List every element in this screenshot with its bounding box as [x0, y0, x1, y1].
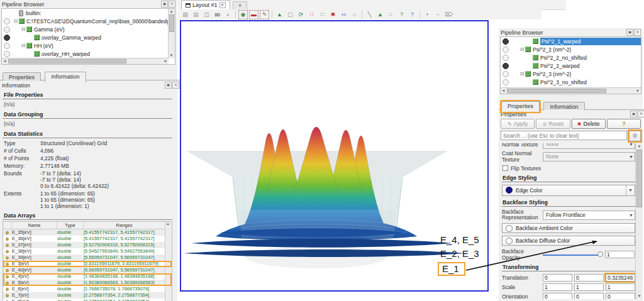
scale-y-field[interactable] — [574, 283, 604, 291]
table-vertical-scrollbar[interactable]: ▲▼ — [165, 222, 172, 301]
interactive-select-icon[interactable]: ∺ — [339, 10, 348, 19]
add-view-icon[interactable]: + — [423, 10, 432, 19]
rotate-view-icon[interactable]: ⟳ — [296, 10, 306, 19]
undock-icon[interactable]: ▣ — [165, 82, 172, 89]
scroll-down-icon[interactable]: ▼ — [636, 293, 642, 299]
close-icon[interactable]: ✕ — [169, 1, 175, 8]
select-points-green-icon[interactable]: ∷ — [318, 10, 327, 19]
scroll-right-icon[interactable]: ► — [635, 88, 641, 94]
visibility-eye-icon[interactable] — [502, 47, 509, 53]
orientation-z-field[interactable] — [606, 293, 635, 299]
scrollbar-thumb[interactable] — [8, 59, 126, 63]
scrollbar-thumb[interactable] — [507, 89, 606, 93]
data-array-row[interactable]: E_36[eV]double[5.41557742317, 5.41557742… — [3, 236, 172, 242]
flip-textures-checkbox[interactable] — [502, 165, 508, 171]
close-icon[interactable]: ✕ — [634, 29, 641, 36]
visibility-eye-icon[interactable] — [502, 38, 509, 45]
layout-tab[interactable]: Layout #1 ✕ — [181, 0, 230, 9]
pipeline-item[interactable]: ⊟Psi^2_2 (nm^-2) — [501, 45, 641, 53]
slider-handle[interactable] — [597, 251, 603, 257]
visibility-eye-icon[interactable] — [502, 55, 509, 61]
scroll-down-icon[interactable]: ▼ — [169, 53, 174, 58]
scroll-up-icon[interactable]: ▲ — [169, 9, 174, 14]
select-cells-through-icon[interactable]: ▲ — [375, 10, 385, 19]
translation-y-field[interactable] — [574, 274, 604, 282]
query-cells-icon[interactable]: ? — [397, 10, 406, 19]
orientation-y-field[interactable] — [574, 293, 604, 299]
record-animation-icon[interactable]: ▤ — [191, 10, 201, 19]
translation-x-field[interactable] — [543, 274, 572, 282]
pick-line-icon[interactable]: ╲ — [365, 10, 374, 19]
backface-opacity-slider[interactable] — [543, 251, 603, 258]
query-points-icon[interactable]: ? — [408, 10, 417, 19]
pipeline-item[interactable]: overlay_Gamma_warped — [2, 33, 175, 41]
scale-x-field[interactable] — [543, 283, 572, 291]
pipeline-item[interactable]: Psi^2_1_warped — [501, 37, 641, 45]
pipeline-item[interactable]: builtin: — [2, 9, 175, 17]
visibility-eye-icon[interactable] — [4, 35, 10, 41]
data-array-row[interactable]: E_39[eV]double[5.56959731047, 5.56959731… — [3, 254, 172, 261]
remove-crop-icon[interactable]: ▬ — [249, 10, 258, 19]
expander-icon[interactable]: ⊟ — [13, 18, 19, 24]
edit-zoom-icon[interactable]: ✎ — [260, 10, 269, 19]
backface-diffuse-color-button[interactable]: Backface Diffuse Color — [502, 236, 635, 246]
pipeline-tree-right[interactable]: Psi^2_1_warped⊟Psi^2_2 (nm^-2)Psi^2_2_no… — [500, 36, 641, 94]
capture-screenshot-icon[interactable]: ◫ — [202, 10, 211, 19]
properties-vertical-scrollbar[interactable]: ▲ ▼ — [635, 143, 643, 299]
reset-button[interactable]: ⊘Reset — [536, 119, 570, 129]
close-icon[interactable]: ✕ — [638, 111, 644, 118]
pipeline-item[interactable]: Psi^2_2_no_shifted — [501, 53, 641, 62]
tree-vertical-scrollbar[interactable]: ▲ ▼ — [168, 9, 175, 58]
gear-icon[interactable]: ⚙ — [629, 131, 641, 141]
pipeline-item[interactable]: ⊟Psi^2_3 (nm^-2) — [501, 70, 641, 78]
data-array-row[interactable]: E_8[eV]double[2.2758877354, 2.2758877354… — [3, 298, 172, 301]
data-array-row[interactable]: E_35[eV]double[5.41557742317, 5.41557742… — [3, 229, 172, 236]
visibility-eye-icon[interactable] — [502, 71, 509, 77]
backface-opacity-field[interactable] — [605, 251, 635, 258]
expander-icon[interactable]: ⊟ — [20, 43, 26, 48]
backface-ambient-color-button[interactable]: Backface Ambient Color — [502, 223, 635, 233]
pipeline-item[interactable]: Psi^2_2_warped — [501, 62, 641, 70]
zoom-to-data-icon[interactable]: ◉ — [238, 10, 248, 19]
scrollbar-thumb[interactable] — [169, 14, 174, 32]
undock-icon[interactable]: ▣ — [630, 111, 637, 118]
expander-icon[interactable]: ⊟ — [519, 47, 525, 52]
visibility-eye-icon[interactable] — [4, 43, 10, 49]
edge-color-combo[interactable]: Edge Color ▼ — [502, 185, 635, 196]
tab-properties[interactable]: Properties — [501, 101, 540, 112]
data-arrays-table[interactable]: NameTypeRangesE_35[eV]double[5.415577423… — [3, 221, 172, 301]
zoom-to-box-icon[interactable]: ⌕ — [223, 10, 233, 19]
pipeline-item[interactable]: ⊟HH (eV) — [2, 41, 175, 50]
toggle-3d-icon[interactable]: 3D — [213, 10, 222, 19]
data-array-row[interactable]: E_5[eV]double[1.50389066563, 1.503890665… — [3, 280, 172, 286]
undock-icon[interactable]: ▣ — [161, 1, 168, 8]
hover-cells-icon[interactable]: ⌂ — [350, 10, 359, 19]
visibility-eye-icon[interactable] — [4, 51, 10, 57]
pipeline-item[interactable]: ⊟Gamma (eV) — [2, 25, 175, 33]
delete-button[interactable]: ✖Delete — [572, 119, 606, 129]
scale-z-field[interactable] — [606, 283, 635, 291]
save-animation-icon[interactable]: ▤ — [180, 10, 190, 19]
chevron-down-icon[interactable]: ▼ — [626, 185, 635, 195]
apply-button[interactable]: ✎Apply — [501, 119, 535, 129]
normal-texture-dropdown[interactable]: None▼ — [543, 143, 635, 149]
select-frustum-icon[interactable]: ▢ — [286, 10, 295, 19]
tab-information[interactable]: Information — [45, 72, 86, 82]
data-array-row[interactable]: E_7[eV]double[2.2758877354, 2.2758877354… — [3, 292, 172, 298]
pipeline-item[interactable]: Psi^2_3_no_shifted — [501, 78, 641, 86]
remove-view-icon[interactable]: − — [433, 10, 443, 19]
data-array-row[interactable]: E_3[eV]double[0.831195911679, 0.83119591… — [3, 261, 172, 267]
scrollbar-thumb[interactable] — [636, 150, 642, 207]
select-surface-cells-icon[interactable]: ▲ — [275, 10, 284, 19]
tree-horizontal-scrollbar[interactable]: ◄ ► — [2, 58, 169, 64]
expander-icon[interactable]: ⊟ — [20, 26, 26, 32]
close-layout-icon[interactable]: ✕ — [219, 2, 226, 8]
close-icon[interactable]: ✕ — [172, 82, 179, 89]
data-array-row[interactable]: E_37[eV]double[5.52750908315, 5.52750908… — [3, 242, 172, 248]
scroll-left-icon[interactable]: ◄ — [2, 58, 8, 64]
add-layout-tab[interactable]: + — [233, 1, 247, 10]
pipeline-tree[interactable]: builtin:⊟C:\TESTCASE\2DQuantumCorral_nnp… — [1, 8, 175, 65]
help-button[interactable]: ? — [607, 119, 641, 129]
select-polygon-icon[interactable]: ✱ — [328, 10, 338, 19]
data-array-row[interactable]: E_4[eV]double[1.48384835168, 1.483848351… — [3, 273, 172, 280]
